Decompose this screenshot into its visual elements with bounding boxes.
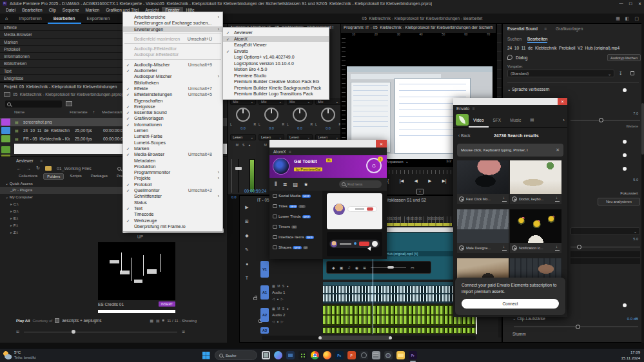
mix-assignment-dropdown[interactable]: Mix⌄ bbox=[230, 99, 256, 105]
panel-scrollbar[interactable] bbox=[641, 23, 644, 343]
menu-item[interactable]: Essential Sound bbox=[123, 110, 222, 115]
menu-item[interactable]: Status bbox=[123, 200, 222, 205]
taskbar-app-icon[interactable] bbox=[262, 351, 270, 359]
pan-knob[interactable] bbox=[321, 108, 335, 122]
folder-icon[interactable] bbox=[45, 166, 52, 171]
pan-value[interactable]: 0.0 bbox=[259, 126, 284, 130]
transport-button[interactable]: ▶| bbox=[442, 178, 447, 184]
envato-window-titlebar[interactable]: ✕ bbox=[453, 98, 567, 105]
submenu-item[interactable]: Premium Builder Kinetic Backgrounds Pack bbox=[223, 85, 329, 91]
delete-preset-icon[interactable] bbox=[630, 71, 634, 75]
atomx-search-input[interactable]: Find Items bbox=[339, 180, 382, 188]
preset-dropdown-2[interactable]: ⌄ bbox=[571, 227, 640, 235]
category-item[interactable]: Social Media NEW bbox=[269, 191, 322, 201]
export-frame-icon[interactable]: ↑ bbox=[416, 189, 424, 195]
list-view-icon[interactable]: ▤ bbox=[156, 318, 160, 323]
taskbar-app-icon[interactable]: P bbox=[347, 351, 356, 359]
aeviewer-tab[interactable]: Packages bbox=[88, 173, 111, 180]
aescripts-brand[interactable]: aescripts + aeplugins bbox=[62, 318, 101, 323]
workspace-tab[interactable]: Bearbeiten bbox=[48, 14, 81, 24]
category-item[interactable]: Interface Items NEW bbox=[269, 232, 322, 242]
mix-assignment-dropdown[interactable]: Mix⌄ bbox=[259, 99, 284, 105]
transport-button[interactable]: ▶ bbox=[428, 178, 431, 184]
track-a2-pan-controls[interactable]: ◁ ● ▷ bbox=[272, 319, 284, 323]
reanalyze-button[interactable]: Neu analysieren bbox=[598, 198, 640, 205]
submenu-item[interactable]: Premiere Studio bbox=[223, 73, 329, 79]
close-icon[interactable]: ✕ bbox=[376, 140, 387, 148]
asset-thumbnail[interactable] bbox=[510, 160, 561, 194]
menu-item[interactable]: Effekteinstellungen Umschalt+5 bbox=[123, 91, 222, 97]
preview-thumbnail[interactable] bbox=[98, 242, 175, 300]
label-color-chip[interactable] bbox=[1, 135, 10, 142]
menu-bar-item[interactable]: Datei bbox=[3, 7, 19, 14]
clip-volume-value[interactable]: 0.0 dB bbox=[606, 317, 638, 321]
search-icon[interactable] bbox=[117, 167, 121, 171]
keyframe-icon[interactable]: ◆ bbox=[332, 265, 335, 270]
scrollbar-handle-left[interactable] bbox=[318, 336, 322, 339]
preview-card-light[interactable] bbox=[327, 193, 382, 229]
envato-search-input[interactable]: Mouse click, Keyboard typing, Printer, I… bbox=[457, 144, 563, 157]
record-arm-button[interactable]: ● bbox=[248, 143, 250, 147]
tool-button[interactable]: T bbox=[242, 276, 252, 290]
tree-selected-row[interactable]: _Pr - Plugins bbox=[0, 187, 122, 194]
automation-mode-dropdown[interactable]: Lesen⌄ bbox=[230, 134, 256, 140]
back-arrow-icon[interactable]: ← bbox=[17, 166, 21, 171]
play-icon[interactable] bbox=[459, 196, 464, 202]
panel-options-icon[interactable]: ▭ bbox=[411, 265, 415, 270]
download-icon[interactable] bbox=[555, 196, 560, 202]
aeviewer-panel-tab[interactable]: Aeviewer bbox=[16, 158, 34, 163]
menu-item[interactable]: Ereignisse bbox=[123, 104, 222, 110]
aeviewer-tab[interactable]: Folders bbox=[43, 173, 64, 180]
menu-item[interactable]: Text bbox=[123, 205, 222, 211]
submenu-item[interactable]: Envato bbox=[223, 48, 329, 55]
lock-icon[interactable] bbox=[253, 297, 257, 300]
zoom-slider[interactable] bbox=[371, 267, 406, 268]
connect-button[interactable]: Connect bbox=[462, 299, 559, 309]
taskbar-search[interactable]: Suche bbox=[215, 350, 257, 360]
submenu-item[interactable]: EasyEdit Viewer bbox=[223, 42, 329, 48]
submenu-item[interactable]: LogiOptions version 10.10.4.0 bbox=[223, 61, 329, 67]
start-button[interactable] bbox=[202, 352, 210, 359]
atomx-window-titlebar[interactable]: ✕ bbox=[269, 140, 387, 148]
clear-search-icon[interactable]: ✕ bbox=[556, 148, 560, 153]
suchen-subtab[interactable]: Suchen bbox=[507, 37, 522, 41]
solo-button[interactable]: S bbox=[242, 143, 244, 147]
workspaces-icon[interactable]: ▦ bbox=[616, 16, 620, 21]
slider-handle[interactable] bbox=[576, 325, 580, 329]
menu-item[interactable]: Audiospur-Effekteditor bbox=[123, 52, 222, 57]
pan-value[interactable]: 0.0 bbox=[287, 126, 313, 130]
weather-widget[interactable]: 5°C Teilw. bewölkt bbox=[0, 350, 36, 360]
menu-item[interactable]: Projekte bbox=[123, 175, 222, 181]
mix-assignment-dropdown[interactable]: Mix⌄ bbox=[315, 99, 341, 105]
column-mediastart[interactable]: Medienstart bbox=[102, 110, 122, 114]
download-icon[interactable] bbox=[502, 245, 507, 251]
menu-item[interactable]: Lumetri-Scopes bbox=[123, 140, 222, 146]
timeline-horizontal-scrollbar[interactable] bbox=[262, 336, 476, 340]
bearbeiten-subtab[interactable]: Bearbeiten bbox=[527, 37, 547, 42]
track-a2-buttons[interactable]: ▦ M S ● bbox=[272, 307, 289, 310]
taskbar-app-icon[interactable]: Pr bbox=[409, 351, 417, 359]
tree-drive[interactable]: C:\ bbox=[0, 201, 84, 208]
track-a1-buttons[interactable]: ▦ M S ● bbox=[272, 284, 289, 288]
menu-item[interactable]: Audiometer bbox=[123, 68, 222, 73]
transport-button[interactable]: { bbox=[387, 178, 389, 184]
sort-ascending-icon[interactable]: ↑ bbox=[93, 110, 102, 114]
back-button[interactable]: ‹ Back bbox=[458, 133, 470, 138]
menu-item[interactable]: Audioclip-Mischer Umschalt+9 bbox=[123, 62, 222, 68]
taskbar-app-icon[interactable] bbox=[360, 351, 368, 359]
menu-item[interactable]: Audiospur-Mischer bbox=[123, 73, 222, 79]
menu-item[interactable]: Marken bbox=[123, 146, 222, 151]
tree-my-computer[interactable]: ⌄ My Computer bbox=[5, 195, 33, 199]
tool-button[interactable]: ▶ bbox=[242, 205, 252, 219]
asset-thumbnail[interactable] bbox=[510, 209, 561, 243]
taskbar-clock[interactable]: 17:09 15.11.2024 bbox=[621, 350, 644, 361]
menu-item[interactable]: Bibliotheken bbox=[123, 80, 222, 86]
mix-assignment-dropdown[interactable]: Mix⌄ bbox=[287, 99, 313, 105]
insert-icon[interactable]: ▣ bbox=[340, 265, 344, 270]
category-item[interactable]: Titles NEW 151 bbox=[269, 201, 322, 211]
scrollbar-thumb[interactable] bbox=[641, 103, 644, 155]
grafikvorlagen-tab[interactable]: Grafikvorlagen bbox=[556, 26, 583, 31]
aeviewer-tab[interactable]: Scripts bbox=[66, 173, 84, 180]
taskbar-app-icon[interactable] bbox=[286, 351, 295, 359]
close-icon[interactable]: ✕ bbox=[558, 98, 567, 105]
